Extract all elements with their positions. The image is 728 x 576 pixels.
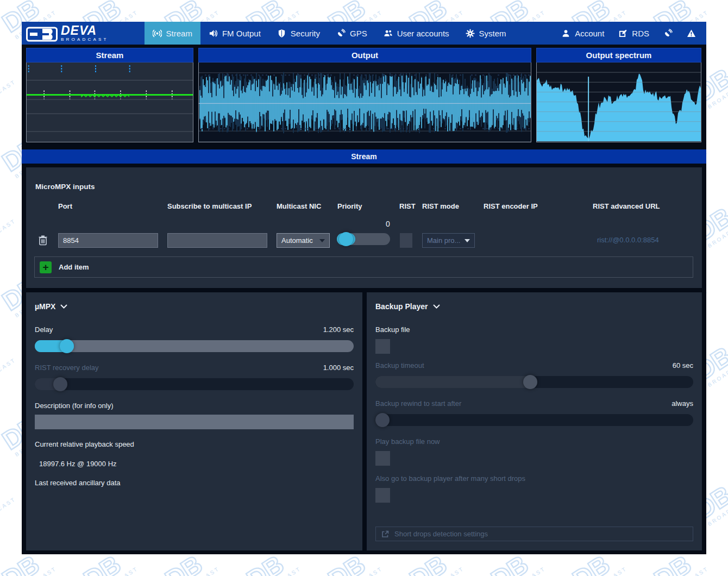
col-multicast-ip: Subscribe to multicast IP xyxy=(167,202,252,210)
multicast-nic-select[interactable]: Automatic xyxy=(277,233,330,248)
chevron-down-icon xyxy=(60,304,67,309)
multicast-ip-wrap xyxy=(167,233,267,248)
tab-fm-output[interactable]: FM Output xyxy=(200,22,269,45)
backup-rewind-knob[interactable] xyxy=(375,413,390,427)
rist-checkbox[interactable] xyxy=(400,233,412,248)
tab-label: System xyxy=(479,29,506,38)
nav-label: Account xyxy=(575,29,604,38)
external-link-icon xyxy=(381,530,389,538)
short-drops-settings-button[interactable]: Short drops detection settings xyxy=(375,527,693,541)
brand-subtitle: BROADCAST xyxy=(61,37,109,42)
backup-collapse-toggle[interactable]: Backup Player xyxy=(375,302,693,311)
speaker-icon xyxy=(209,29,218,38)
nav-label: RDS xyxy=(632,29,649,38)
tab-label: Security xyxy=(291,29,320,38)
col-rist-encoder-ip: RIST encoder IP xyxy=(484,202,538,210)
backup-rewind-slider[interactable] xyxy=(375,414,693,426)
shield-icon xyxy=(277,29,286,38)
backup-title: Backup Player xyxy=(375,302,428,311)
rist-recovery-knob[interactable] xyxy=(53,377,67,391)
col-rist-mode: RIST mode xyxy=(422,202,459,210)
db-logo-icon xyxy=(26,27,58,42)
account-button[interactable]: Account xyxy=(554,29,611,38)
add-item-button[interactable]: + Add item xyxy=(34,256,693,278)
tab-user-accounts[interactable]: User accounts xyxy=(375,22,457,45)
rds-button[interactable]: RDS xyxy=(611,29,656,38)
play-backup-now-button[interactable] xyxy=(375,451,390,466)
button-label: Short drops detection settings xyxy=(394,530,488,538)
tab-security[interactable]: Security xyxy=(269,22,328,45)
priority-slider-knob[interactable] xyxy=(339,232,353,246)
rist-mode-select[interactable]: Main pro... xyxy=(422,233,475,248)
top-navbar: DEVA BROADCAST Stream FM Output xyxy=(22,22,706,45)
ancillary-data-label: Last received ancillary data xyxy=(35,479,121,487)
satellite-icon xyxy=(663,29,673,38)
alert-status-button[interactable] xyxy=(680,29,703,38)
plus-icon: + xyxy=(40,261,52,273)
backup-timeout-value: 60 sec xyxy=(673,361,693,370)
select-value: Automatic xyxy=(281,236,313,245)
play-backup-now-label: Play backup file now xyxy=(375,437,440,446)
tab-system[interactable]: System xyxy=(457,22,514,45)
tab-gps[interactable]: GPS xyxy=(328,22,375,45)
spectrum-panel-title: Output spectrum xyxy=(536,48,701,62)
tab-stream[interactable]: Stream xyxy=(145,22,200,45)
stream-panel-title: Stream xyxy=(26,48,193,62)
svg-text:BROADCAST: BROADCAST xyxy=(0,217,17,249)
multicast-ip-input[interactable] xyxy=(167,233,267,248)
delay-slider[interactable] xyxy=(35,340,354,352)
brand-name: DEVA xyxy=(61,24,109,37)
spectrum-panel: Output spectrum xyxy=(536,48,701,142)
edit-icon xyxy=(618,29,627,38)
delay-slider-knob[interactable] xyxy=(60,339,74,353)
delete-row-button[interactable] xyxy=(38,235,48,248)
visualization-row: Stream Output Output spectrum xyxy=(22,45,706,142)
trash-icon xyxy=(38,235,48,246)
umpx-panel: µMPX Delay 1.200 sec RIST recovery delay… xyxy=(26,292,362,550)
micrompx-inputs-panel: MicroMPX inputs Port Subscribe to multic… xyxy=(26,167,702,288)
tab-label: GPS xyxy=(350,29,367,38)
backup-rewind-value: always xyxy=(671,399,693,408)
rist-advanced-url: rist://@0.0.0.0:8854 xyxy=(597,236,659,244)
antenna-status-button[interactable] xyxy=(656,29,680,38)
app-window: DEVA BROADCAST Stream FM Output xyxy=(22,22,706,554)
output-graph xyxy=(198,62,531,142)
chevron-down-icon xyxy=(319,239,325,242)
backup-file-label: Backup file xyxy=(375,325,410,334)
output-panel-title: Output xyxy=(198,48,531,62)
also-backup-checkbox[interactable] xyxy=(375,488,390,503)
main-nav: Stream FM Output Security xyxy=(145,22,514,45)
col-rist-advanced-url: RIST advanced URL xyxy=(593,202,660,210)
gear-icon xyxy=(466,29,475,38)
backup-timeout-label: Backup timeout xyxy=(375,361,424,370)
delay-label: Delay xyxy=(35,325,53,334)
svg-text:BROADCAST: BROADCAST xyxy=(0,356,17,388)
umpx-collapse-toggle[interactable]: µMPX xyxy=(35,302,354,311)
rist-recovery-delay-value: 1.000 sec xyxy=(323,364,354,372)
settings-row: µMPX Delay 1.200 sec RIST recovery delay… xyxy=(26,292,702,550)
satellite-icon xyxy=(336,29,346,38)
backup-file-button[interactable] xyxy=(375,339,390,354)
description-label: Description (for info only) xyxy=(35,402,114,410)
spectrum-graph xyxy=(536,62,701,142)
col-priority: Priority xyxy=(337,202,362,210)
micrompx-title: MicroMPX inputs xyxy=(35,183,95,191)
svg-text:BROADCAST: BROADCAST xyxy=(0,78,17,110)
stream-panel: Stream xyxy=(26,48,193,142)
description-input[interactable] xyxy=(35,415,354,429)
rist-recovery-slider[interactable] xyxy=(35,378,354,390)
umpx-title: µMPX xyxy=(35,302,55,311)
add-item-label: Add item xyxy=(59,263,89,271)
priority-slider[interactable] xyxy=(337,233,390,245)
playback-speed-value: 18997.6 Hz @ 19000 Hz xyxy=(39,460,117,468)
backup-timeout-slider[interactable] xyxy=(375,376,693,388)
output-panel: Output xyxy=(198,48,531,142)
tab-label: Stream xyxy=(166,29,192,38)
tab-label: FM Output xyxy=(222,29,261,38)
backup-timeout-knob[interactable] xyxy=(523,375,537,389)
priority-value: 0 xyxy=(386,220,390,228)
chevron-down-icon xyxy=(433,304,440,309)
port-input[interactable] xyxy=(58,233,158,248)
col-multicast-nic: Multicast NIC xyxy=(277,202,321,210)
deva-logo: DEVA BROADCAST xyxy=(22,24,116,42)
